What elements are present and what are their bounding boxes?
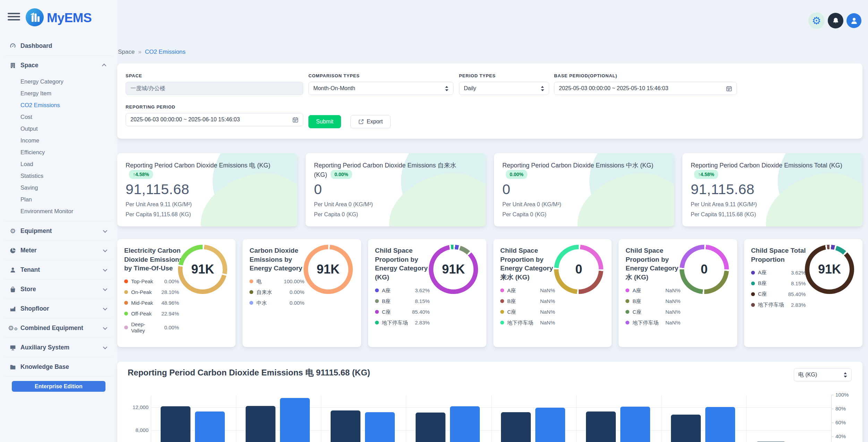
legend-item-c[interactable]: C座NaN%	[626, 309, 680, 315]
legend-item-c[interactable]: C座NaN%	[500, 309, 555, 315]
donut-card-title: Child Space Proportion by Energy Categor…	[626, 246, 687, 282]
sidebar-item-tenant[interactable]: Tenant	[5, 260, 112, 279]
brand-logo[interactable]: MyEMS	[26, 8, 92, 28]
legend-item-a[interactable]: A座NaN%	[500, 287, 555, 294]
sidebar-item-load[interactable]: Load	[5, 158, 112, 170]
sidebar-item-dashboard[interactable]: Dashboard	[5, 36, 112, 55]
legend-item-item[interactable]: 中水0.00%	[249, 300, 304, 306]
gridline-vertical	[661, 395, 662, 442]
bag-icon	[8, 286, 17, 293]
sidebar-item-store[interactable]: Store	[5, 279, 112, 299]
comparison-types-select[interactable]: Month-On-Month	[308, 82, 453, 95]
breadcrumb-separator: »	[138, 49, 141, 55]
donut-card-1: Electricity Carbon Dioxide Emissions by …	[117, 239, 236, 347]
export-button[interactable]: Export	[350, 115, 391, 128]
legend-item-a[interactable]: A座NaN%	[626, 287, 680, 294]
sidebar-item-saving[interactable]: Saving	[5, 182, 112, 193]
notifications-button[interactable]	[828, 13, 843, 28]
sidebar-item-meter[interactable]: Meter	[5, 241, 112, 260]
gauge-icon	[8, 42, 17, 49]
user-avatar-button[interactable]	[846, 13, 861, 28]
legend-item-item[interactable]: 电100.00%	[249, 278, 304, 285]
legend-item-a[interactable]: A座3.62%	[375, 287, 430, 294]
bar-reporting-period	[535, 408, 565, 442]
submit-button[interactable]: Submit	[308, 115, 341, 128]
legend-item-b[interactable]: B座NaN%	[500, 298, 555, 304]
donut-legend: A座NaN%B座NaN%C座NaN%地下停车场NaN%	[626, 287, 680, 326]
legend-item-item[interactable]: 地下停车场2.83%	[751, 302, 806, 308]
select-arrows-icon	[843, 372, 847, 378]
sidebar-item-efficiency[interactable]: Efficiency	[5, 146, 112, 158]
breadcrumb-space[interactable]: Space	[118, 49, 135, 55]
legend-item-item[interactable]: 地下停车场NaN%	[500, 320, 555, 326]
legend-item-c[interactable]: C座85.40%	[751, 291, 806, 297]
enterprise-edition-button[interactable]: Enterprise Edition	[12, 381, 105, 392]
donut-legend: A座3.62%B座8.15%C座85.40%地下停车场2.83%	[751, 269, 806, 308]
legend-item-item[interactable]: 地下停车场NaN%	[626, 320, 680, 326]
donut-chart: 91K	[178, 245, 227, 294]
right-axis-tick: 40%	[835, 433, 846, 439]
gridline-vertical	[746, 395, 747, 442]
avatar-icon	[850, 17, 858, 25]
legend-item-on-peak[interactable]: On-Peak28.10%	[124, 289, 179, 295]
sidebar-item-space[interactable]: Space	[5, 55, 112, 75]
gridline-vertical	[321, 395, 321, 442]
bar-reporting-period	[365, 412, 395, 442]
sidebar-item-cost[interactable]: Cost	[5, 111, 112, 123]
comparison-types-label: COMPARISON TYPES	[308, 73, 453, 78]
menu-toggle-icon[interactable]	[8, 13, 20, 22]
bar-base-period	[586, 411, 616, 442]
legend-item-b[interactable]: B座NaN%	[626, 298, 680, 304]
myems-logo-icon	[26, 8, 44, 28]
legend-item-b[interactable]: B座8.15%	[375, 298, 430, 304]
bar-reporting-period	[195, 411, 225, 442]
gear-icon: ⚙	[8, 228, 17, 234]
sidebar-item-statistics[interactable]: Statistics	[5, 170, 112, 182]
sidebar-item-output[interactable]: Output	[5, 123, 112, 135]
unit-selector[interactable]: 电 (KG)	[794, 368, 852, 381]
sidebar-item-knowledge-base[interactable]: Knowledge Base	[5, 357, 112, 376]
legend-dot-icon	[500, 299, 504, 303]
bar-reporting-period	[620, 407, 650, 442]
space-input[interactable]: 一度城/办公楼	[126, 82, 303, 95]
sidebar-item-shopfloor[interactable]: Shopfloor	[5, 299, 112, 318]
base-period-label: BASE PERIOD(OPTIONAL)	[554, 73, 737, 78]
donut-center-value: 91K	[191, 262, 214, 277]
sidebar-item-income[interactable]: Income	[5, 135, 112, 146]
sidebar-item-co2-emissions[interactable]: CO2 Emissions	[5, 99, 112, 111]
legend-item-item[interactable]: 地下停车场2.83%	[375, 320, 430, 326]
monitor-icon	[8, 344, 17, 351]
legend-item-mid-peak[interactable]: Mid-Peak48.96%	[124, 300, 179, 306]
breadcrumb: Space»CO2 Emissions	[118, 49, 862, 55]
donut-legend: 电100.00%自来水0.00%中水0.00%	[249, 278, 304, 306]
legend-item-a[interactable]: A座3.62%	[751, 269, 806, 276]
base-period-input[interactable]: 2025-05-03 00:00:00 ~ 2025-05-10 15:46:0…	[554, 82, 737, 95]
donut-chart: 91K	[304, 245, 353, 294]
legend-item-off-peak[interactable]: Off-Peak22.94%	[124, 311, 179, 317]
reporting-period-input[interactable]: 2025-06-03 00:00:00 ~ 2025-06-10 15:46:0…	[126, 113, 303, 126]
sidebar-item-energy-category[interactable]: Energy Category	[5, 76, 112, 87]
donut-card-3: Child Space Proportion by Energy Categor…	[368, 239, 486, 347]
legend-item-deep-valley[interactable]: Deep-Valley0.00%	[124, 321, 179, 334]
sidebar-item-energy-item[interactable]: Energy Item	[5, 87, 112, 99]
gridline-vertical	[406, 395, 406, 442]
sidebar-item-plan[interactable]: Plan	[5, 193, 112, 205]
legend-item-b[interactable]: B座8.15%	[751, 280, 806, 286]
trend-badge: ↑4.58%	[129, 170, 153, 179]
sidebar-item-combined-equipment[interactable]: ⚙⚙Combined Equipment	[5, 318, 112, 338]
right-axis-tickmark	[831, 395, 834, 395]
legend-dot-icon	[751, 271, 755, 275]
period-types-select[interactable]: Daily	[459, 82, 549, 95]
stat-card-value: 0	[502, 181, 666, 198]
legend-item-c[interactable]: C座85.40%	[375, 309, 430, 315]
legend-item-top-peak[interactable]: Top-Peak0.00%	[124, 278, 179, 285]
settings-button[interactable]: ⚙	[808, 12, 825, 29]
building-icon	[8, 62, 17, 69]
breadcrumb-co2-emissions[interactable]: CO2 Emissions	[145, 49, 186, 55]
sidebar-item-auxiliary-system[interactable]: Auxiliary System	[5, 338, 112, 357]
chevron-down-icon	[103, 248, 108, 252]
sidebar-item-equipment[interactable]: ⚙Equipment	[5, 221, 112, 241]
legend-item-item[interactable]: 自来水0.00%	[249, 289, 304, 295]
sidebar-item-environment-monitor[interactable]: Environment Monitor	[5, 205, 112, 217]
chevron-down-icon	[103, 287, 108, 291]
